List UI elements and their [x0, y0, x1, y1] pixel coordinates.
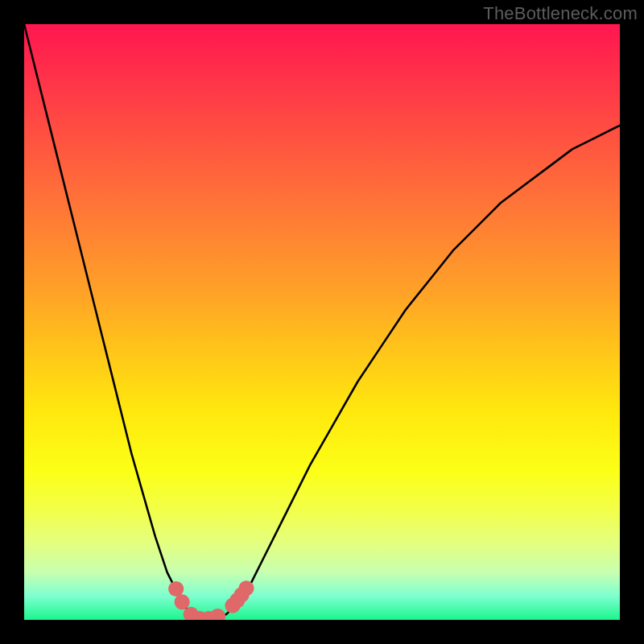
- chart-frame: TheBottleneck.com: [0, 0, 644, 644]
- highlight-dot: [210, 609, 225, 620]
- highlight-dot: [238, 580, 254, 596]
- watermark-text: TheBottleneck.com: [483, 3, 638, 24]
- highlight-dots: [168, 580, 254, 620]
- plot-area: [24, 24, 620, 620]
- highlight-dot: [175, 594, 190, 609]
- curve-layer: [24, 24, 620, 620]
- bottleneck-curve: [24, 24, 620, 620]
- highlight-dot: [168, 581, 184, 597]
